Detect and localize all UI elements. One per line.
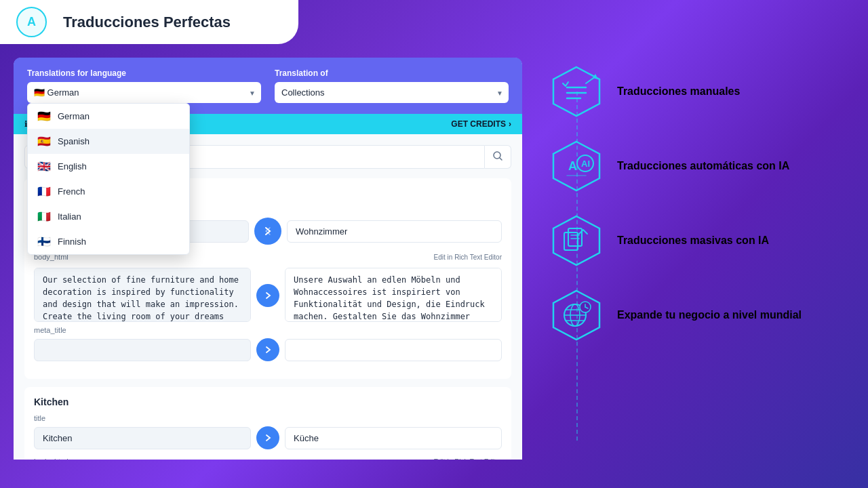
flag-en: 🇬🇧: [37, 160, 51, 173]
kitchen-title: Kitchen: [34, 396, 502, 407]
app-logo: A: [16, 7, 47, 37]
meta-title-field-label: meta_title: [34, 326, 502, 334]
kitchen-title-translate-btn[interactable]: [256, 426, 279, 449]
feature-manual: Traducciones manuales: [549, 64, 848, 119]
living-room-meta-row: [34, 338, 502, 361]
flag-de: 🇩🇪: [37, 110, 51, 123]
edit-in-rte-link[interactable]: Edit in Rich Text Editor: [434, 253, 502, 261]
feature-auto-ai: A AI Traducciones automáticas con IA: [549, 139, 848, 193]
flag-fr: 🇫🇷: [37, 185, 51, 198]
auto-ai-hex-icon: A AI: [549, 139, 604, 193]
svg-line-1: [500, 158, 502, 160]
living-room-body-translate-btn[interactable]: [256, 284, 279, 307]
living-room-title-target[interactable]: [287, 220, 502, 243]
kitchen-title-row: [34, 426, 502, 449]
global-hex-icon: [549, 288, 604, 342]
dropdown-item-italian[interactable]: 🇮🇹 Italian: [28, 204, 189, 229]
living-room-title-translate-btn[interactable]: [254, 218, 281, 245]
svg-text:A: A: [568, 159, 577, 173]
get-credits-label: GET CREDITS: [451, 119, 506, 129]
dropdown-item-english[interactable]: 🇬🇧 English: [28, 154, 189, 179]
language-dropdown: 🇩🇪 German 🇪🇸 Spanish 🇬🇧 English: [27, 103, 190, 255]
get-credits-arrow: ›: [509, 119, 511, 129]
flag-it: 🇮🇹: [37, 210, 51, 223]
living-room-body-row: Our selection of fine furniture and home…: [34, 268, 502, 322]
flag-es: 🇪🇸: [37, 135, 51, 148]
dropdown-item-spanish[interactable]: 🇪🇸 Spanish: [28, 129, 189, 154]
feature-massive-ai-title: Traducciones masivas con IA: [617, 233, 769, 248]
svg-text:AI: AI: [581, 159, 590, 169]
living-room-meta-translate-btn[interactable]: [256, 338, 279, 361]
massive-ai-hex-icon: [549, 214, 604, 268]
kitchen-title-source[interactable]: [34, 427, 251, 449]
translate-icon-3: [263, 433, 273, 443]
living-room-body-source[interactable]: Our selection of fine furniture and home…: [34, 268, 251, 322]
kitchen-title-field-label: title: [34, 414, 502, 422]
dropdown-item-german[interactable]: 🇩🇪 German: [28, 104, 189, 129]
right-panel: Traducciones manuales A AI Traducciones …: [536, 44, 868, 488]
translate-icon-2: [263, 345, 273, 354]
language-spanish: Spanish: [58, 136, 90, 146]
language-english: English: [58, 161, 87, 171]
feature-manual-title: Traducciones manuales: [617, 84, 740, 99]
language-finnish: Finnish: [58, 237, 86, 247]
feature-global: Expande tu negocio a nivel mundial: [549, 288, 848, 342]
translate-icon: [263, 291, 273, 300]
language-field-label: Translations for language: [27, 68, 261, 78]
language-french: French: [58, 186, 85, 197]
kitchen-body-field-label: body_html: [34, 458, 68, 460]
language-select[interactable]: 🇩🇪 German: [27, 82, 261, 103]
app-title: Traducciones Perfectas: [63, 14, 231, 31]
collection-field-label: Translation of: [275, 68, 509, 78]
dropdown-item-french[interactable]: 🇫🇷 French: [28, 179, 189, 204]
living-room-meta-target[interactable]: [285, 339, 502, 361]
search-icon: [493, 151, 502, 161]
svg-marker-2: [553, 67, 599, 116]
dropdown-item-finnish[interactable]: 🇫🇮 Finnish: [28, 229, 189, 254]
svg-marker-13: [553, 216, 599, 265]
manual-hex-icon: [549, 64, 604, 119]
feature-global-title: Expande tu negocio a nivel mundial: [617, 308, 802, 323]
logo-letter: A: [27, 15, 36, 29]
kitchen-section: Kitchen title body_htm: [24, 387, 511, 460]
collection-select[interactable]: Collections: [275, 82, 509, 103]
feature-auto-ai-title: Traducciones automáticas con IA: [617, 159, 789, 174]
language-german: German: [58, 111, 90, 121]
kitchen-edit-rte-link[interactable]: Edit in Rich Text Editor: [434, 458, 502, 460]
get-credits-button[interactable]: GET CREDITS ›: [451, 119, 511, 129]
translate-arrows-icon: [261, 224, 275, 238]
flag-fi: 🇫🇮: [37, 235, 51, 248]
language-select-wrapper: 🇩🇪 German ▼: [27, 82, 261, 103]
language-italian: Italian: [58, 211, 81, 222]
search-button[interactable]: [485, 145, 511, 169]
kitchen-title-target[interactable]: [285, 427, 502, 449]
feature-massive-ai: Traducciones masivas con IA: [549, 214, 848, 268]
living-room-meta-source[interactable]: [34, 339, 251, 361]
living-room-body-target[interactable]: Unsere Auswahl an edlen Möbeln und Wohna…: [285, 268, 502, 322]
svg-rect-15: [568, 228, 582, 246]
